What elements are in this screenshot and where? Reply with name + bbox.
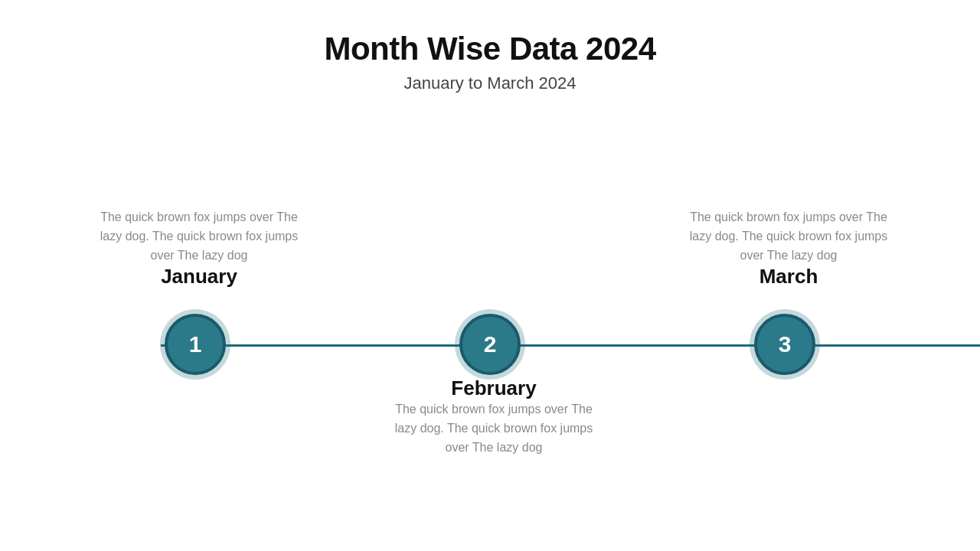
february-text-block: February The quick brown fox jumps over … (387, 377, 601, 457)
march-description: The quick brown fox jumps over The lazy … (681, 208, 896, 265)
node-number-2: 2 (484, 331, 497, 357)
node-january[interactable]: 1 (165, 314, 226, 375)
january-description: The quick brown fox jumps over The lazy … (92, 208, 306, 265)
node-circle-2[interactable]: 2 (459, 314, 521, 375)
header-section: Month Wise Data 2024 January to March 20… (324, 31, 655, 93)
february-description: The quick brown fox jumps over The lazy … (387, 400, 601, 457)
timeline-section: The quick brown fox jumps over The lazy … (0, 139, 980, 522)
march-label: March (681, 265, 896, 289)
subtitle: January to March 2024 (324, 73, 655, 93)
january-label: January (92, 265, 306, 289)
node-february[interactable]: 2 (459, 314, 521, 375)
node-number-1: 1 (189, 331, 202, 357)
timeline-line (161, 344, 980, 347)
main-title: Month Wise Data 2024 (324, 31, 655, 67)
march-text-block: The quick brown fox jumps over The lazy … (681, 208, 896, 289)
node-circle-3[interactable]: 3 (754, 314, 815, 375)
january-text-block: The quick brown fox jumps over The lazy … (92, 208, 306, 289)
node-number-3: 3 (779, 331, 792, 357)
page-container: Month Wise Data 2024 January to March 20… (0, 0, 980, 551)
node-circle-1[interactable]: 1 (165, 314, 226, 375)
node-march[interactable]: 3 (754, 314, 815, 375)
february-label: February (387, 377, 601, 400)
